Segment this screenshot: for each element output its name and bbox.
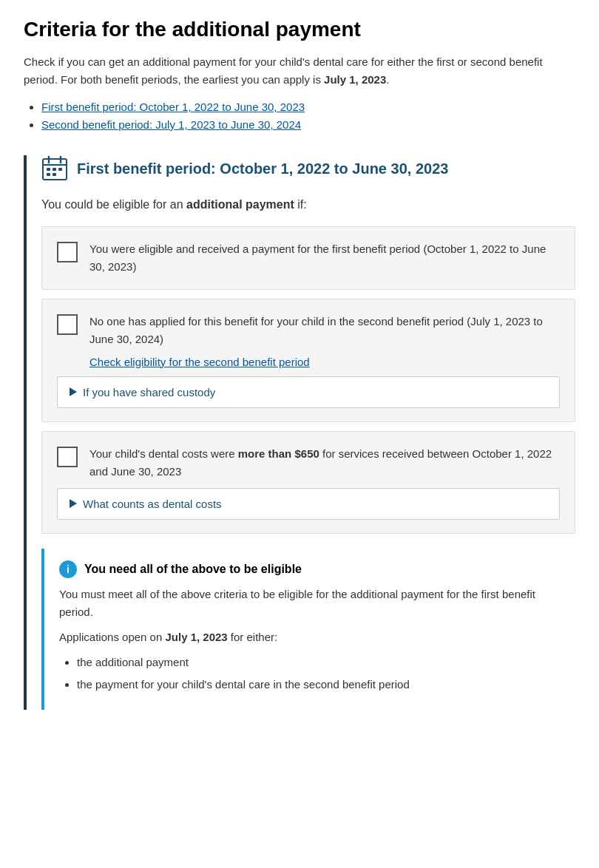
svg-rect-6 xyxy=(58,168,62,171)
first-benefit-header: First benefit period: October 1, 2022 to… xyxy=(41,155,575,182)
shared-custody-label: If you have shared custody xyxy=(83,386,215,399)
checkbox-3-prefix: Your child's dental costs were xyxy=(89,447,235,460)
info-title: You need all of the above to be eligible xyxy=(84,563,302,576)
second-benefit-link[interactable]: Second benefit period: July 1, 2023 to J… xyxy=(41,118,301,131)
eligibility-bold: additional payment xyxy=(186,198,294,211)
link-item-second: Second benefit period: July 1, 2023 to J… xyxy=(41,118,575,132)
checkbox-1-text: You were eligible and received a payment… xyxy=(89,240,560,276)
info-para-2-suffix: for either: xyxy=(231,631,277,643)
first-benefit-title: First benefit period: October 1, 2022 to… xyxy=(77,160,448,177)
checkbox-row-1: You were eligible and received a payment… xyxy=(57,240,560,276)
info-header: i You need all of the above to be eligib… xyxy=(59,560,561,578)
checkbox-card-1: You were eligible and received a payment… xyxy=(41,226,575,290)
shared-custody-expandable[interactable]: If you have shared custody xyxy=(57,376,560,408)
benefit-links: First benefit period: October 1, 2022 to… xyxy=(24,101,575,132)
first-benefit-section: First benefit period: October 1, 2022 to… xyxy=(24,155,575,710)
link-item-first: First benefit period: October 1, 2022 to… xyxy=(41,101,575,114)
eligibility-suffix: if: xyxy=(297,198,306,211)
info-para-2-prefix: Applications open on xyxy=(59,631,162,643)
checkbox-2[interactable] xyxy=(57,314,78,335)
checkbox-row-2: No one has applied for this benefit for … xyxy=(57,313,560,348)
eligibility-prefix: You could be eligible for an xyxy=(41,198,183,211)
info-list-item-1: the additional payment xyxy=(77,654,561,671)
checkbox-card-2: No one has applied for this benefit for … xyxy=(41,299,575,422)
intro-date: July 1, 2023 xyxy=(324,73,386,86)
dental-costs-label: What counts as dental costs xyxy=(83,498,222,510)
info-icon: i xyxy=(59,560,77,578)
checkbox-3-text: Your child's dental costs were more than… xyxy=(89,445,560,481)
info-para-1: You must meet all of the above criteria … xyxy=(59,586,561,621)
intro-paragraph: Check if you can get an additional payme… xyxy=(24,53,575,89)
first-benefit-link[interactable]: First benefit period: October 1, 2022 to… xyxy=(41,101,305,113)
sub-link-container: Check eligibility for the second benefit… xyxy=(89,356,560,369)
svg-rect-4 xyxy=(47,168,50,171)
intro-end: . xyxy=(386,73,389,86)
info-para-2-bold: July 1, 2023 xyxy=(165,631,227,643)
info-list-item-2: the payment for your child's dental care… xyxy=(77,676,561,694)
eligibility-intro: You could be eligible for an additional … xyxy=(41,195,575,214)
checkbox-card-3: Your child's dental costs were more than… xyxy=(41,431,575,534)
checkbox-1[interactable] xyxy=(57,242,78,262)
checkbox-3[interactable] xyxy=(57,447,78,467)
checkbox-row-3: Your child's dental costs were more than… xyxy=(57,445,560,481)
checkbox-3-bold: more than $650 xyxy=(238,447,319,460)
checkbox-2-text: No one has applied for this benefit for … xyxy=(89,313,560,348)
page-title: Criteria for the additional payment xyxy=(24,18,575,41)
expand-triangle-icon-2 xyxy=(70,499,77,508)
svg-rect-7 xyxy=(47,173,50,176)
expand-triangle-icon xyxy=(70,387,77,396)
calendar-icon xyxy=(41,155,68,182)
info-list: the additional payment the payment for y… xyxy=(59,654,561,694)
svg-rect-8 xyxy=(53,173,56,176)
dental-costs-expandable[interactable]: What counts as dental costs xyxy=(57,488,560,520)
check-eligibility-link[interactable]: Check eligibility for the second benefit… xyxy=(89,356,310,368)
info-body: You must meet all of the above criteria … xyxy=(59,586,561,694)
info-para-2: Applications open on July 1, 2023 for ei… xyxy=(59,628,561,646)
svg-rect-5 xyxy=(53,168,56,171)
info-box: i You need all of the above to be eligib… xyxy=(41,549,575,710)
intro-text: Check if you can get an additional payme… xyxy=(24,55,543,86)
